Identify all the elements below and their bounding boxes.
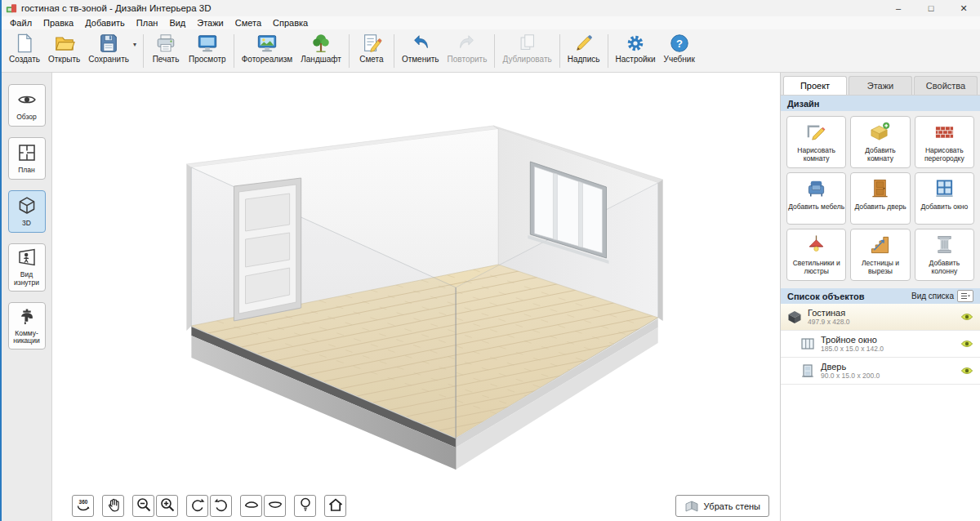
menu-item-floors[interactable]: Этажи	[191, 18, 229, 28]
add-room-button[interactable]: Добавить комнату	[850, 116, 910, 168]
toolbar-preview-button[interactable]: Просмотр	[185, 31, 230, 72]
draw-room-button[interactable]: Нарисовать комнату	[786, 116, 846, 168]
menu-item-plan[interactable]: План	[131, 18, 164, 28]
toolbar-create-button[interactable]: Создать	[5, 31, 44, 72]
sidebar-item-3d[interactable]: 3D	[8, 190, 46, 233]
object-row-window[interactable]: Тройное окно 185.0 x 15.0 x 142.0	[781, 331, 980, 358]
app-icon	[6, 2, 17, 14]
toolbar-photorealism-button[interactable]: Фотореализм	[238, 31, 297, 72]
home-icon	[327, 497, 344, 515]
visibility-eye-icon[interactable]	[960, 339, 973, 349]
zoom-out-button[interactable]	[132, 495, 154, 517]
save-dropdown-caret[interactable]: ▾	[133, 41, 140, 48]
tab-properties[interactable]: Свойства	[914, 76, 978, 95]
new-document-icon	[14, 33, 35, 54]
toolbar-separator	[143, 34, 144, 68]
armchair-icon	[806, 178, 826, 201]
remove-walls-button[interactable]: Убрать стены	[675, 495, 769, 517]
toolbar-undo-button[interactable]: Отменить	[398, 31, 443, 72]
object-list: Гостиная 497.9 x 428.0 Тройное окно 185.…	[781, 304, 980, 521]
toolbar-landscape-button[interactable]: Ландшафт	[296, 31, 345, 72]
rotate-right-button[interactable]	[210, 495, 232, 517]
sidebar-item-plan[interactable]: План	[8, 137, 46, 180]
toolbar-duplicate-button[interactable]: Дублировать	[498, 31, 555, 72]
toolbar-settings-button[interactable]: Настройки	[612, 31, 660, 72]
room-object-icon	[787, 309, 802, 324]
visibility-eye-icon[interactable]	[960, 366, 973, 376]
rotate-cw-icon	[213, 497, 229, 515]
close-button[interactable]: ✕	[947, 0, 980, 16]
add-column-button[interactable]: Добавить колонну	[915, 229, 974, 281]
home-button[interactable]	[324, 495, 346, 517]
menu-item-edit[interactable]: Правка	[38, 18, 79, 28]
toolbar-separator	[608, 34, 608, 68]
minimize-button[interactable]: –	[882, 0, 915, 16]
menu-item-add[interactable]: Добавить	[79, 18, 131, 28]
menu-item-estimate[interactable]: Смета	[229, 18, 267, 28]
toolbar-estimate-button[interactable]: Смета	[353, 31, 390, 72]
zoom-out-icon	[136, 497, 152, 515]
stairs-button[interactable]: Лестницы и вырезы	[850, 229, 910, 281]
object-row-room[interactable]: Гостиная 497.9 x 428.0	[781, 304, 980, 331]
zoom-in-button[interactable]	[156, 495, 178, 517]
undo-icon	[410, 33, 431, 54]
toolbar-open-button[interactable]: Открыть	[44, 31, 84, 72]
add-furniture-button[interactable]: Добавить мебель	[786, 172, 846, 225]
eye-icon	[17, 90, 37, 112]
duplicate-icon	[517, 33, 538, 54]
printer-icon	[155, 33, 176, 54]
toolbar-separator	[494, 34, 495, 68]
add-door-button[interactable]: Добавить дверь	[850, 172, 910, 225]
menu-item-file[interactable]: Файл	[4, 18, 38, 28]
menu-item-view[interactable]: Вид	[163, 18, 191, 28]
tab-project[interactable]: Проект	[783, 76, 847, 95]
toolbar-print-button[interactable]: Печать	[147, 31, 185, 72]
orbit-360-button[interactable]: 360	[72, 495, 94, 517]
pan-button[interactable]	[102, 495, 124, 517]
add-window-button[interactable]: Добавить окно	[915, 172, 974, 225]
redo-icon	[457, 33, 478, 54]
svg-text:?: ?	[676, 38, 683, 50]
toolbar-save-button[interactable]: Сохранить	[84, 31, 133, 72]
light-button[interactable]	[294, 495, 316, 517]
menu-item-help[interactable]: Справка	[267, 18, 314, 28]
cube-icon	[17, 196, 37, 218]
tilt-down-button[interactable]	[264, 495, 286, 517]
toolbar-separator	[234, 34, 234, 68]
object-dims: 497.9 x 428.0	[808, 318, 955, 326]
save-icon	[98, 33, 119, 54]
toolbar-tutorial-button[interactable]: ? Учебник	[660, 31, 699, 72]
draw-partition-button[interactable]: Нарисовать перегородку	[915, 116, 974, 168]
design-section-header: Дизайн	[781, 96, 980, 111]
right-panel: Проект Этажи Свойства Дизайн Нарисовать …	[780, 73, 980, 521]
toolbar-separator	[394, 34, 394, 68]
ceiling-lamp-icon	[806, 234, 826, 257]
tab-floors[interactable]: Этажи	[849, 76, 912, 95]
sidebar-item-overview[interactable]: Обзор	[8, 84, 46, 127]
view-list-button[interactable]	[957, 290, 973, 302]
objects-header-label: Список объектов	[787, 292, 864, 301]
toolbar-label-button[interactable]: Надпись	[564, 31, 604, 72]
stairs-icon	[870, 234, 890, 257]
toolbar-redo-button[interactable]: Повторить	[443, 31, 492, 72]
3d-scene[interactable]	[52, 73, 780, 521]
door-icon	[870, 178, 890, 201]
visibility-eye-icon[interactable]	[960, 312, 973, 322]
maximize-button[interactable]: □	[915, 0, 947, 16]
monitor-icon	[197, 33, 218, 54]
photorealism-icon	[256, 33, 278, 54]
left-wall-side-edge	[186, 164, 191, 331]
titlebar: гостиная с тв-зоной - Дизайн Интерьера 3…	[2, 0, 980, 16]
faucet-icon	[17, 306, 37, 328]
object-name: Гостиная	[808, 308, 955, 318]
panel-tabs: Проект Этажи Свойства	[781, 73, 980, 96]
door-object[interactable]	[234, 178, 301, 321]
bulb-icon	[297, 497, 314, 515]
sidebar-item-inside-view[interactable]: Вид изнутри	[8, 243, 46, 292]
sidebar-item-communications[interactable]: Комму-никации	[8, 302, 46, 350]
window-controls: – □ ✕	[882, 0, 980, 16]
object-row-door[interactable]: Дверь 90.0 x 15.0 x 200.0	[781, 358, 980, 385]
lights-button[interactable]: Светильники и люстры	[786, 229, 846, 281]
rotate-left-button[interactable]	[186, 495, 208, 517]
tilt-up-button[interactable]	[240, 495, 262, 517]
